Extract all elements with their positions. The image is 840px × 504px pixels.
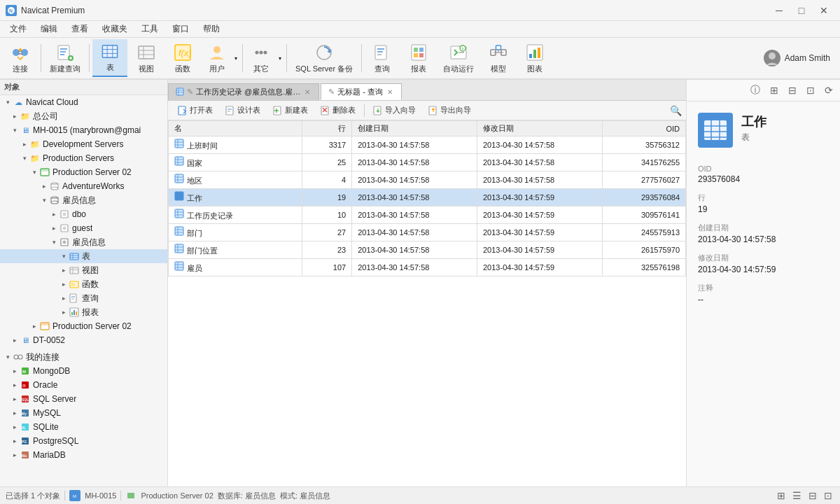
table-row[interactable]: 雇员 107 2013-04-30 14:57:58 2013-04-30 14… [169,259,686,276]
table-row[interactable]: 上班时间 3317 2013-04-30 14:57:58 2013-04-30… [169,136,686,154]
toolbar-other[interactable]: 其它 [246,39,276,77]
toggle-report-node[interactable]: ▸ [59,309,69,316]
panel-close-btn[interactable]: ⊡ [804,83,818,97]
sidebar-item-prod-servers[interactable]: ▾ 📁 Production Servers [0,151,167,165]
toggle-prod-servers[interactable]: ▾ [20,155,29,162]
toggle-query-node[interactable]: ▸ [59,295,69,302]
sidebar-item-employee-schema[interactable]: ▾ 雇员信息 [0,235,167,249]
sidebar-item-guest[interactable]: ▸ guest [0,221,167,235]
toolbar-user-arrow[interactable]: ▾ [232,39,239,77]
toggle-mariadb[interactable]: ▸ [10,451,20,458]
tab-history-close[interactable]: ✕ [303,88,312,96]
toggle-oracle[interactable]: ▸ [10,382,20,388]
panel-preview-btn[interactable]: ⊟ [785,83,799,97]
sidebar-item-mysql[interactable]: ▸ My MySQL [0,406,167,420]
sidebar-item-query-node[interactable]: ▸ 查询 [0,291,167,305]
sidebar-item-employee-db[interactable]: ▾ 雇员信息 [0,193,167,207]
toggle-postgresql[interactable]: ▸ [10,438,20,444]
toggle-dt-0052[interactable]: ▸ [10,337,20,344]
col-header-modified[interactable]: 修改日期 [477,121,603,136]
toggle-dbo[interactable]: ▸ [49,211,59,218]
toolbar-other-arrow[interactable]: ▾ [276,39,284,77]
table-row[interactable]: 部门位置 23 2013-04-30 14:57:58 2013-04-30 1… [169,241,686,259]
toolbar-query[interactable]: 查询 [365,39,400,77]
btn-open-table[interactable]: 打开表 [172,103,218,118]
col-header-created[interactable]: 创建日期 [352,121,477,136]
btn-new-table[interactable]: 新建表 [267,103,314,118]
toolbar-chart[interactable]: 图表 [517,39,552,77]
toggle-general-company[interactable]: ▸ [10,113,20,120]
minimize-button[interactable]: ─ [769,4,790,18]
table-row[interactable]: 部门 27 2013-04-30 14:57:58 2013-04-30 14:… [169,224,686,241]
toggle-employee-db[interactable]: ▾ [39,197,49,204]
btn-design-table[interactable]: 设计表 [220,103,266,118]
toggle-sqlite[interactable]: ▸ [10,424,20,430]
toggle-dev-servers[interactable]: ▸ [20,141,29,148]
sidebar-item-report-node[interactable]: ▸ 报表 [0,305,167,319]
toggle-guest[interactable]: ▸ [49,225,59,232]
menu-window[interactable]: 窗口 [165,22,196,36]
table-row[interactable]: 地区 4 2013-04-30 14:57:58 2013-04-30 14:5… [169,172,686,189]
sidebar-item-dt-0052[interactable]: ▸ 🖥 DT-0052 [0,333,167,347]
sidebar-item-sqlite[interactable]: ▸ SL SQLite [0,420,167,434]
toolbar-report[interactable]: 报表 [401,39,436,77]
menu-edit[interactable]: 编辑 [34,22,64,36]
toggle-adventureworks[interactable]: ▸ [39,183,49,190]
toggle-table-node[interactable]: ▾ [59,253,69,260]
toolbar-function[interactable]: f(x) 函数 [165,39,200,77]
panel-ddl-btn[interactable]: ⊞ [767,83,781,97]
toggle-my-connections[interactable]: ▾ [3,354,13,360]
btn-delete-table[interactable]: 删除表 [315,103,361,118]
col-header-rows[interactable]: 行 [302,121,352,136]
table-row[interactable]: 工作历史记录 10 2013-04-30 14:57:58 2013-04-30… [169,206,686,224]
toggle-mysql[interactable]: ▸ [10,410,20,416]
btn-export-wizard[interactable]: 导出向导 [423,103,477,118]
statusbar-detail-btn[interactable]: ⊟ [806,490,819,501]
sidebar-item-prod-server-02[interactable]: ▾ Production Server 02 [0,165,167,179]
panel-refresh-btn[interactable]: ⟳ [822,83,836,97]
sidebar-item-mh-0015[interactable]: ▾ 🖥 MH-0015 (marybrown@gmai [0,123,167,137]
table-row[interactable]: 工作 19 2013-04-30 14:57:58 2013-04-30 14:… [169,189,686,206]
sidebar-item-mariadb[interactable]: ▸ Ma MariaDB [0,448,167,462]
toggle-prod-server-02[interactable]: ▾ [29,169,39,176]
col-header-name[interactable]: 名 [169,121,302,136]
menu-help[interactable]: 帮助 [196,22,227,36]
sidebar-item-postgresql[interactable]: ▸ PG PostgreSQL [0,434,167,448]
panel-info-btn[interactable]: ⓘ [748,83,763,98]
toolbar-view[interactable]: 视图 [129,39,164,77]
toolbar-backup[interactable]: SQL Server 备份 [290,39,358,77]
toggle-prod-server-02b[interactable]: ▸ [29,323,39,330]
sidebar-item-mongodb[interactable]: ▸ M MongoDB [0,364,167,378]
toggle-sqlserver[interactable]: ▸ [10,396,20,402]
toggle-view-node[interactable]: ▸ [59,267,69,274]
sidebar-item-adventureworks[interactable]: ▸ AdventureWorks [0,179,167,193]
menu-view[interactable]: 查看 [64,22,95,36]
sidebar-item-dbo[interactable]: ▸ dbo [0,207,167,221]
toolbar-connect[interactable]: 连接 [3,39,38,77]
sidebar-item-my-connections[interactable]: ▾ 我的连接 [0,350,167,364]
menu-file[interactable]: 文件 [3,22,34,36]
col-header-oid[interactable]: OID [602,121,685,136]
sidebar-item-prod-server-02b[interactable]: ▸ Production Server 02 [0,319,167,333]
tab-query[interactable]: ✎ 无标题 - 查询 ✕ [321,83,402,100]
sidebar-item-func-node[interactable]: ▸ fx 函数 [0,277,167,291]
toggle-mongodb[interactable]: ▸ [10,368,20,374]
toggle-navicat-cloud[interactable]: ▾ [3,99,13,106]
sidebar-item-general-company[interactable]: ▸ 📁 总公司 [0,109,167,123]
table-row[interactable]: 国家 25 2013-04-30 14:57:58 2013-04-30 14:… [169,154,686,172]
maximize-button[interactable]: □ [791,4,812,18]
toolbar-table[interactable]: 表 [92,39,127,77]
statusbar-list-btn[interactable]: ☰ [790,490,804,501]
tab-history[interactable]: ✎ 工作历史记录 @雇员信息.雇… ✕ [168,83,319,100]
toolbar-autorun[interactable]: 自动运行 [438,39,479,77]
menu-tools[interactable]: 工具 [134,22,165,36]
sidebar-item-oracle[interactable]: ▸ O Oracle [0,378,167,392]
sidebar-item-table-node[interactable]: ▾ 表 [0,249,167,263]
sidebar-item-dev-servers[interactable]: ▸ 📁 Development Servers [0,137,167,151]
toolbar-model[interactable]: 模型 [481,39,516,77]
tab-query-close[interactable]: ✕ [386,88,394,96]
menu-favorites[interactable]: 收藏夹 [95,22,134,36]
btn-import-wizard[interactable]: 导入向导 [368,103,421,118]
toolbar-new-query[interactable]: 新建查询 [44,39,86,77]
close-button[interactable]: ✕ [813,4,834,18]
